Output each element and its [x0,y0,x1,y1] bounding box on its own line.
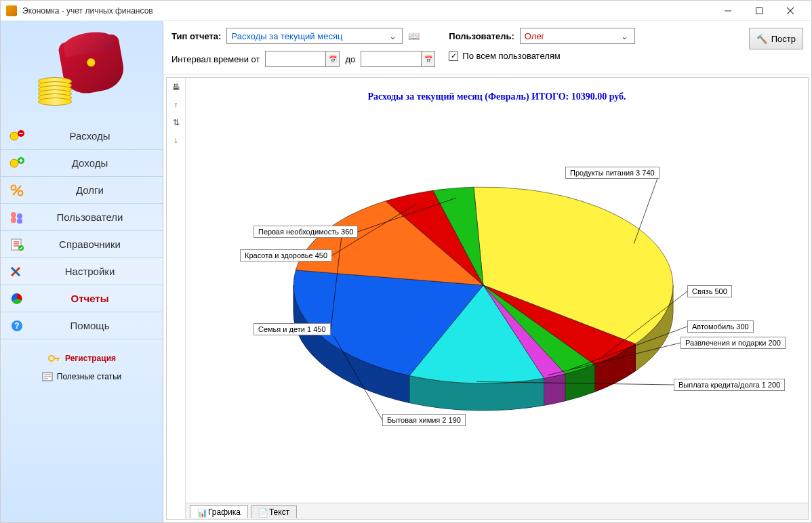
user-combo[interactable]: Олег ⌄ [520,28,635,44]
chevron-down-icon: ⌄ [387,31,398,41]
maximize-button[interactable] [744,1,775,21]
sidebar-item-label: Долги [25,184,155,196]
chart-toolbar: 🖶 ↑ ⇅ ↓ [167,78,186,519]
logo-area [1,21,163,123]
arrow-up-icon[interactable]: ↑ [171,100,182,110]
date-to-input[interactable]: 📅 [361,51,435,67]
report-type-combo[interactable]: Расходы за текущий месяц ⌄ [226,28,403,44]
sidebar-item-label: Доходы [25,157,155,169]
svg-point-15 [17,213,22,219]
arrow-down-icon[interactable]: ↓ [171,135,182,146]
registration-link[interactable]: Регистрация [47,353,116,364]
sidebar-item-label: Пользователи [25,211,155,223]
sidebar-item-debts[interactable]: Долги [1,177,163,204]
main: Тип отчета: Расходы за текущий месяц ⌄ 📖… [163,21,811,522]
pie-label: Выплата кредита/долга 1 200 [674,379,785,391]
svg-rect-6 [20,133,23,134]
date-from-input[interactable]: 📅 [265,51,340,67]
pie-label: Продукты питания 3 740 [565,167,659,179]
key-icon [47,353,61,364]
pie-label: Семья и дети 1 450 [253,323,331,335]
calendar-icon[interactable]: 📅 [325,51,339,66]
pie-label: Связь 500 [687,285,732,297]
close-button[interactable] [775,1,806,21]
pie-chart-icon [9,292,25,306]
articles-link[interactable]: Полезные статьи [42,372,121,381]
titlebar: Экономка - учет личных финансов [1,1,811,21]
sidebar-item-label: Помощь [25,320,155,331]
pie-label: Развлечения и подарки 200 [681,337,786,349]
report-type-label: Тип отчета: [171,31,221,41]
sidebar-item-income[interactable]: Доходы [1,150,163,177]
chart-area: Расходы за текущий месяц (Февраль) ИТОГО… [186,78,808,519]
user-label: Пользователь: [449,31,514,41]
sidebar-item-reports[interactable]: Отчеты [1,285,163,312]
hammer-icon: 🔨 [756,34,767,44]
tools-icon [9,265,25,278]
sidebar-item-help[interactable]: ? Помощь [1,312,163,339]
coins-minus-icon [9,129,25,143]
tab-label: Текст [269,507,289,517]
tab-graphics[interactable]: 📊 Графика [190,505,248,518]
sidebar: Расходы Доходы Долги Пользователи Справо… [1,21,163,522]
book-icon [9,238,25,251]
svg-point-14 [11,212,16,217]
sidebar-item-label: Расходы [25,130,155,142]
all-users-checkbox[interactable]: ✓ [449,51,458,61]
all-users-label: По всем пользователям [462,51,561,61]
pie-label: Красота и здоровье 450 [240,249,332,262]
pie-label: Автомобиль 300 [687,320,754,333]
report-content: 🖶 ↑ ⇅ ↓ Расходы за текущий месяц (Феврал… [166,77,809,520]
svg-rect-16 [11,217,16,223]
print-icon[interactable]: 🖶 [171,82,182,93]
svg-point-12 [18,190,23,195]
coins-plus-icon [9,156,25,170]
pie-label: Бытовая химия 2 190 [382,414,466,426]
report-type-value: Расходы за текущий месяц [231,31,342,41]
build-button[interactable]: 🔨 Постр [749,28,803,49]
sidebar-item-expenses[interactable]: Расходы [1,123,163,150]
arrows-icon[interactable]: ⇅ [171,117,182,128]
svg-text:?: ? [14,321,19,331]
sidebar-item-label: Настройки [25,266,155,277]
app-window: Экономка - учет личных финансов [0,0,812,523]
svg-point-11 [12,185,16,190]
svg-rect-17 [17,219,22,224]
svg-rect-10 [20,159,22,162]
build-label: Постр [771,34,796,44]
news-icon [42,372,53,381]
interval-to-label: до [345,54,355,64]
toolbar: Тип отчета: Расходы за текущий месяц ⌄ 📖… [163,21,811,75]
sidebar-item-label: Отчеты [25,293,155,304]
minimize-button[interactable] [712,1,744,21]
sidebar-item-directories[interactable]: Справочники [1,231,163,258]
articles-label: Полезные статьи [57,372,121,381]
help-icon: ? [9,319,25,333]
registration-label: Регистрация [65,354,116,363]
pie-label: Первая необходимость 360 [253,226,358,238]
interval-from-label: Интервал времени от [171,54,260,64]
svg-point-7 [10,159,18,167]
chart-title: Расходы за текущий месяц (Февраль) ИТОГО… [186,78,808,109]
book-icon[interactable]: 📖 [408,30,420,41]
people-icon [9,211,25,224]
chevron-down-icon: ⌄ [620,31,630,41]
wallet-logo-icon [35,31,129,112]
chart-tab-icon: 📊 [197,508,205,516]
svg-point-27 [49,356,54,361]
tab-text[interactable]: 📄 Текст [251,505,297,518]
tab-label: Графика [208,507,241,517]
percent-icon [9,184,25,197]
view-tabs: 📊 Графика 📄 Текст [186,503,808,519]
sidebar-item-label: Справочники [25,238,155,250]
pie-chart: Продукты питания 3 740Связь 500Автомобил… [186,109,808,461]
nav: Расходы Доходы Долги Пользователи Справо… [1,123,163,339]
svg-point-4 [10,132,18,140]
user-value: Олег [525,31,545,41]
window-title: Экономка - учет личных финансов [22,6,712,16]
svg-rect-1 [756,7,763,14]
sidebar-item-settings[interactable]: Настройки [1,258,163,285]
sidebar-item-users[interactable]: Пользователи [1,204,163,231]
app-icon [6,5,17,16]
calendar-icon[interactable]: 📅 [421,51,434,66]
